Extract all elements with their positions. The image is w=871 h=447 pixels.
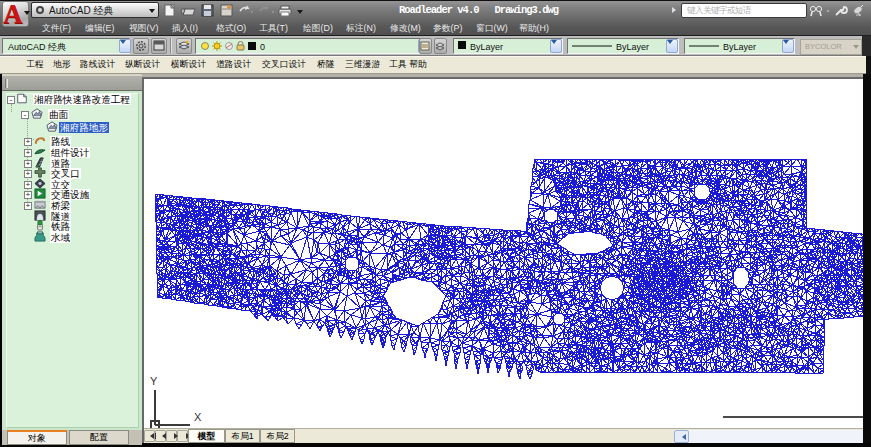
- svg-text:X: X: [194, 411, 202, 423]
- svg-text:Y: Y: [150, 375, 158, 387]
